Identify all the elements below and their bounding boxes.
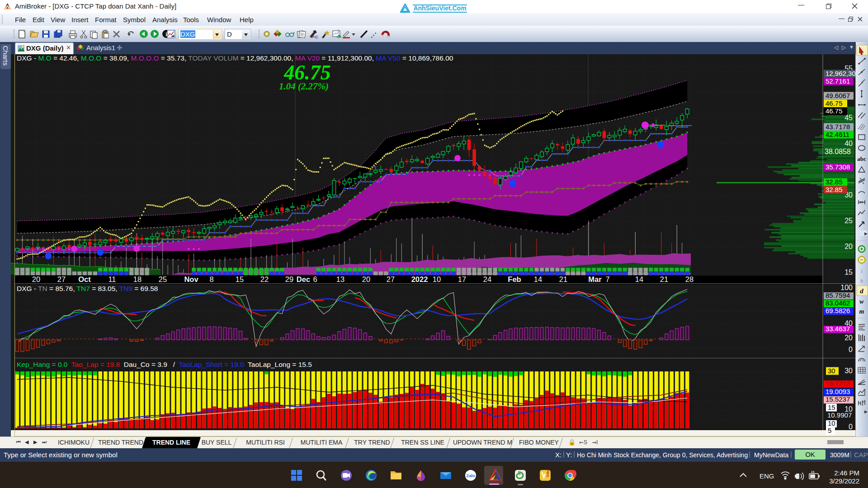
svg-text:3/29/2022: 3/29/2022 bbox=[829, 477, 859, 485]
svg-text:ENG: ENG bbox=[760, 472, 774, 480]
svg-text:2:46 PM: 2:46 PM bbox=[834, 469, 859, 477]
svg-text:PRO: PRO bbox=[546, 470, 549, 477]
svg-text:Zalo: Zalo bbox=[466, 473, 475, 478]
